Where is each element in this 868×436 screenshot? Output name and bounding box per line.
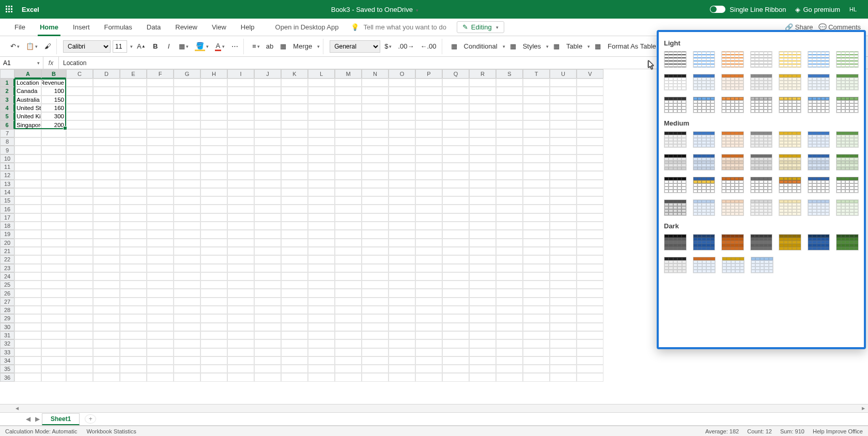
cell[interactable]: [523, 314, 550, 322]
cell[interactable]: [308, 339, 335, 348]
cell[interactable]: [469, 314, 496, 322]
cell[interactable]: [389, 264, 415, 272]
cell[interactable]: [308, 289, 335, 297]
cell[interactable]: [147, 247, 174, 255]
cell[interactable]: [523, 356, 550, 365]
cell[interactable]: [362, 323, 389, 331]
cell[interactable]: [41, 163, 66, 171]
help-improve-link[interactable]: Help Improve Office: [813, 428, 863, 434]
row-header[interactable]: 2: [0, 87, 14, 95]
cell[interactable]: [281, 289, 308, 297]
table-style-thumb[interactable]: [693, 51, 716, 68]
cell[interactable]: [496, 255, 523, 263]
table-style-thumb[interactable]: [808, 199, 830, 216]
cell[interactable]: [308, 196, 335, 205]
cell[interactable]: [523, 255, 550, 263]
cell[interactable]: [147, 188, 174, 196]
formula-input[interactable]: Location: [59, 59, 86, 67]
cell[interactable]: [335, 171, 362, 179]
cell[interactable]: [66, 112, 93, 120]
cell[interactable]: [469, 112, 496, 120]
cell[interactable]: [415, 306, 442, 314]
cell[interactable]: [523, 188, 550, 196]
cell[interactable]: [362, 373, 389, 381]
table-style-thumb[interactable]: [721, 74, 744, 90]
cell[interactable]: [147, 298, 174, 306]
cell[interactable]: [335, 104, 362, 112]
cell[interactable]: [14, 365, 41, 373]
cell[interactable]: [254, 120, 281, 129]
cell[interactable]: [174, 306, 200, 314]
cell[interactable]: [120, 306, 147, 314]
cell[interactable]: [389, 373, 415, 381]
table-style-thumb[interactable]: [664, 97, 687, 113]
cell[interactable]: [389, 196, 415, 205]
cell[interactable]: [281, 79, 308, 87]
cell[interactable]: [41, 255, 66, 263]
cell[interactable]: [577, 289, 603, 297]
row-header[interactable]: 11: [0, 163, 14, 171]
cell[interactable]: [577, 104, 603, 112]
cell[interactable]: [227, 213, 254, 222]
horizontal-scrollbar[interactable]: [0, 404, 868, 412]
cell[interactable]: [496, 87, 523, 95]
cell[interactable]: [41, 171, 66, 179]
cell[interactable]: [66, 129, 93, 137]
cell[interactable]: [389, 281, 415, 289]
table-style-thumb[interactable]: [693, 177, 716, 193]
cell[interactable]: [442, 339, 469, 348]
cell[interactable]: 100: [41, 87, 66, 95]
font-size-input[interactable]: [113, 40, 127, 53]
cell[interactable]: [335, 120, 362, 129]
cell[interactable]: [174, 104, 200, 112]
cell[interactable]: [93, 171, 120, 179]
cell[interactable]: [308, 255, 335, 263]
cell[interactable]: [174, 323, 200, 331]
cell[interactable]: [200, 339, 227, 348]
cell[interactable]: [523, 230, 550, 238]
cell[interactable]: [120, 331, 147, 339]
table-style-thumb[interactable]: [836, 177, 859, 193]
cell[interactable]: [14, 255, 41, 263]
cell[interactable]: [415, 289, 442, 297]
cell[interactable]: [577, 239, 603, 247]
table-style-thumb[interactable]: [722, 257, 745, 273]
cell[interactable]: [469, 171, 496, 179]
open-in-desktop-button[interactable]: Open in Desktop App: [268, 23, 346, 31]
cell[interactable]: [442, 137, 469, 146]
cell[interactable]: [254, 129, 281, 137]
cell[interactable]: [362, 356, 389, 365]
cell[interactable]: [14, 205, 41, 213]
cell[interactable]: [523, 104, 550, 112]
cell[interactable]: [66, 163, 93, 171]
cell[interactable]: [523, 213, 550, 222]
cell[interactable]: [577, 373, 603, 381]
cell[interactable]: [14, 129, 41, 137]
cell[interactable]: [227, 79, 254, 87]
cell[interactable]: [227, 272, 254, 281]
cell[interactable]: [577, 255, 603, 263]
cell[interactable]: [577, 112, 603, 120]
cell[interactable]: [577, 264, 603, 272]
cell[interactable]: [120, 281, 147, 289]
cell[interactable]: [200, 239, 227, 247]
table-style-thumb[interactable]: [779, 74, 801, 90]
cell[interactable]: [415, 188, 442, 196]
cell[interactable]: [469, 154, 496, 163]
cell[interactable]: [120, 120, 147, 129]
cell[interactable]: [442, 331, 469, 339]
cell[interactable]: [174, 96, 200, 104]
cell[interactable]: [147, 255, 174, 263]
cell[interactable]: [227, 306, 254, 314]
cell[interactable]: [254, 188, 281, 196]
cell[interactable]: [362, 365, 389, 373]
row-header[interactable]: 33: [0, 348, 14, 356]
cell[interactable]: [254, 205, 281, 213]
cell[interactable]: [577, 272, 603, 281]
cell[interactable]: [442, 255, 469, 263]
cell[interactable]: [335, 112, 362, 120]
cell[interactable]: [66, 96, 93, 104]
cell[interactable]: [281, 154, 308, 163]
cell[interactable]: [66, 365, 93, 373]
cell[interactable]: [469, 298, 496, 306]
